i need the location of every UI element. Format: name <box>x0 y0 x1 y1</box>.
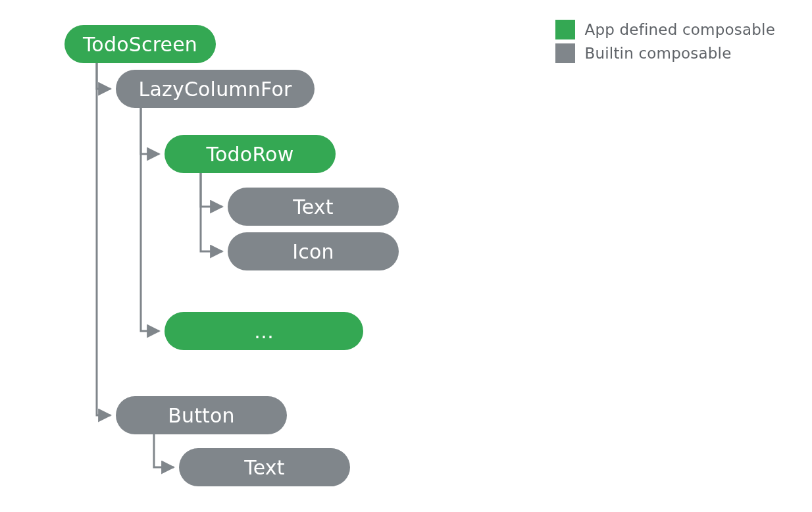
legend-swatch-builtin <box>555 43 575 63</box>
legend-row-builtin: Builtin composable <box>555 43 775 63</box>
node-todorow: TodoRow <box>165 135 336 173</box>
node-label: Button <box>168 404 235 427</box>
legend-label-builtin: Builtin composable <box>584 45 731 62</box>
node-label: LazyColumnFor <box>139 78 292 101</box>
node-icon: Icon <box>228 232 399 270</box>
legend-row-app: App defined composable <box>555 20 775 39</box>
node-button: Button <box>116 396 287 434</box>
node-ellipsis: … <box>165 312 363 350</box>
node-label: Text <box>244 456 284 479</box>
node-label: … <box>254 320 274 343</box>
legend-swatch-app <box>555 20 575 39</box>
node-label: TodoRow <box>207 143 294 166</box>
node-label: TodoScreen <box>83 33 197 56</box>
legend: App defined composable Builtin composabl… <box>555 20 775 67</box>
legend-label-app: App defined composable <box>584 21 775 38</box>
node-label: Icon <box>292 240 334 263</box>
node-text-2: Text <box>179 448 350 486</box>
node-todoscreen: TodoScreen <box>64 25 216 63</box>
node-lazycolumnfor: LazyColumnFor <box>116 70 315 108</box>
node-label: Text <box>293 195 333 218</box>
node-text-1: Text <box>228 188 399 226</box>
